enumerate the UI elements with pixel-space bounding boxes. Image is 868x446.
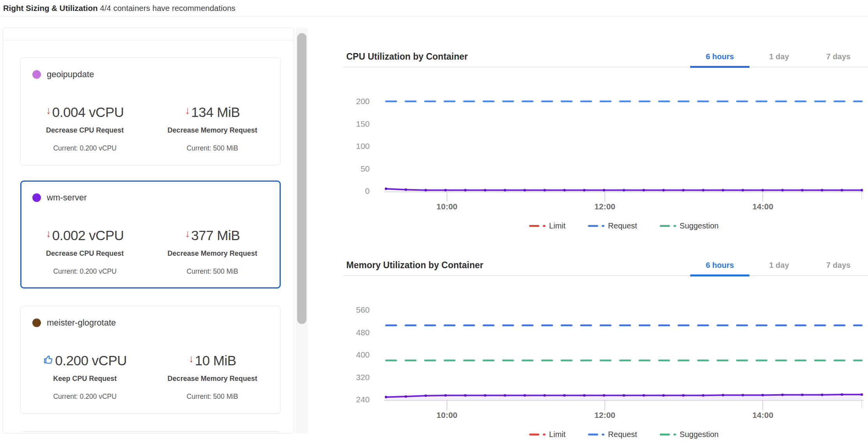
data-point-marker	[524, 189, 526, 191]
data-point-marker	[385, 188, 387, 190]
tab-6-hours[interactable]: 6 hours	[690, 255, 749, 276]
legend-limit[interactable]: Limit	[529, 221, 565, 230]
cpu-current-label: Current: 0.200 vCPU	[32, 267, 138, 276]
memory-recommendation: ↓ 134 MiB Decrease Memory Request Curren…	[151, 104, 273, 152]
container-card-partial[interactable]	[20, 431, 281, 434]
data-point-marker	[484, 394, 486, 396]
container-card-wm-server[interactable]: wm-server ↓ 0.002 vCPU Decrease CPU Requ…	[20, 181, 281, 288]
memory-action-label: Decrease Memory Request	[151, 375, 273, 383]
cpu-current-label: Current: 0.200 vCPU	[32, 144, 138, 152]
data-point-marker	[424, 189, 427, 191]
y-tick-label: 560	[356, 305, 370, 314]
legend-dot-icon	[602, 434, 604, 435]
data-point-marker	[861, 189, 863, 191]
data-point-marker	[662, 189, 664, 191]
header-divider	[0, 16, 868, 16]
cpu-value-text: 0.004 vCPU	[52, 104, 124, 120]
data-point-marker	[841, 189, 843, 191]
data-point-marker	[722, 189, 724, 191]
container-color-dot	[32, 319, 41, 327]
memory-utilization-by-container-header: Memory Utilization by Container6 hours1 …	[343, 255, 868, 276]
panel-scrollbar-track[interactable]	[296, 28, 308, 434]
data-point-marker	[444, 394, 446, 396]
data-point-marker	[722, 394, 724, 396]
legend-dash-icon	[529, 434, 539, 435]
data-point-marker	[643, 394, 645, 396]
data-point-marker	[623, 189, 625, 191]
cpu-utilization-by-container-title: CPU Utilization by Container	[346, 51, 690, 62]
legend-dash-icon	[588, 225, 598, 227]
panel-top-divider	[3, 40, 294, 41]
decrease-arrow-icon: ↓	[46, 105, 51, 116]
legend-suggestion[interactable]: Suggestion	[660, 221, 719, 230]
y-tick-label: 240	[356, 395, 370, 404]
y-tick-label: 200	[356, 97, 370, 106]
data-point-marker	[484, 189, 486, 191]
data-point-marker	[504, 394, 506, 396]
data-point-marker	[583, 189, 585, 191]
legend-limit[interactable]: Limit	[529, 430, 565, 439]
data-point-marker	[563, 189, 565, 191]
cpu-recommended-value: 0.200 vCPU	[32, 352, 138, 369]
x-tick-label: 14:00	[752, 411, 773, 419]
legend-request[interactable]: Request	[588, 430, 637, 439]
decrease-arrow-icon: ↓	[189, 354, 194, 364]
data-point-marker	[801, 189, 803, 191]
data-point-marker	[424, 395, 427, 397]
data-point-marker	[662, 394, 664, 396]
legend-dash-icon	[660, 434, 670, 435]
data-point-marker	[821, 394, 823, 396]
memory-recommended-value: ↓ 377 MiB	[151, 227, 273, 244]
memory-current-label: Current: 500 MiB	[151, 393, 273, 401]
data-point-marker	[444, 189, 446, 191]
cpu-utilization-by-container-header: CPU Utilization by Container6 hours1 day…	[343, 47, 868, 67]
data-point-marker	[563, 394, 565, 396]
container-card-header: geoipupdate	[28, 69, 273, 80]
data-point-marker	[583, 394, 585, 396]
tab-7-days[interactable]: 7 days	[809, 255, 868, 276]
memory-recommended-value: ↓ 134 MiB	[151, 104, 273, 121]
memory-utilization-chart: Memory Utilization by Container6 hours1 …	[343, 255, 868, 446]
tab-7-days[interactable]: 7 days	[809, 46, 868, 67]
container-card-geoipupdate[interactable]: geoipupdate ↓ 0.004 vCPU Decrease CPU Re…	[20, 57, 281, 165]
cpu-action-label: Keep CPU Request	[32, 375, 138, 383]
tab-1-day[interactable]: 1 day	[749, 255, 809, 276]
tab-1-day[interactable]: 1 day	[749, 46, 809, 67]
cpu-utilization-chart: CPU Utilization by Container6 hours1 day…	[343, 47, 868, 239]
y-tick-label: 480	[356, 328, 370, 337]
timerange-tabs: 6 hours1 day7 days	[690, 255, 868, 276]
legend-label: Suggestion	[680, 221, 719, 230]
container-card-meister-glogrotate[interactable]: meister-glogrotate 0.200 vCPU Keep CPU R…	[20, 306, 281, 414]
data-point-marker	[742, 189, 744, 191]
cpu-value-text: 0.002 vCPU	[52, 228, 124, 243]
legend-dot-icon	[673, 434, 676, 435]
panel-scrollbar-thumb[interactable]	[297, 33, 306, 324]
legend-suggestion[interactable]: Suggestion	[660, 430, 719, 439]
memory-value-text: 10 MiB	[195, 353, 236, 368]
legend-dot-icon	[543, 434, 546, 435]
container-color-dot	[32, 193, 41, 202]
decrease-arrow-icon: ↓	[185, 228, 190, 239]
legend-dash-icon	[529, 225, 539, 227]
cpu-action-label: Decrease CPU Request	[32, 126, 138, 135]
container-color-dot	[32, 70, 41, 79]
chart-legend: LimitRequestSuggestion	[386, 430, 862, 439]
container-card-header: wm-server	[28, 192, 273, 204]
data-point-marker	[385, 396, 387, 398]
container-name: wm-server	[47, 193, 87, 203]
legend-label: Request	[608, 221, 637, 230]
container-name: meister-glogrotate	[47, 318, 116, 328]
data-point-marker	[841, 393, 843, 396]
data-point-marker	[543, 189, 546, 191]
x-tick-label: 12:00	[594, 202, 615, 211]
data-point-marker	[781, 394, 783, 396]
tab-6-hours[interactable]: 6 hours	[690, 46, 749, 67]
page-title: Right Sizing & Utilization 4/4 container…	[3, 4, 236, 13]
legend-request[interactable]: Request	[588, 221, 637, 230]
data-point-marker	[504, 189, 506, 191]
y-tick-label: 150	[356, 119, 370, 128]
memory-utilization-by-container-title: Memory Utilization by Container	[346, 260, 690, 271]
cpu-current-label: Current: 0.200 vCPU	[32, 393, 138, 401]
legend-dash-icon	[588, 434, 598, 435]
recommendations-panel: geoipupdate ↓ 0.004 vCPU Decrease CPU Re…	[3, 28, 294, 434]
